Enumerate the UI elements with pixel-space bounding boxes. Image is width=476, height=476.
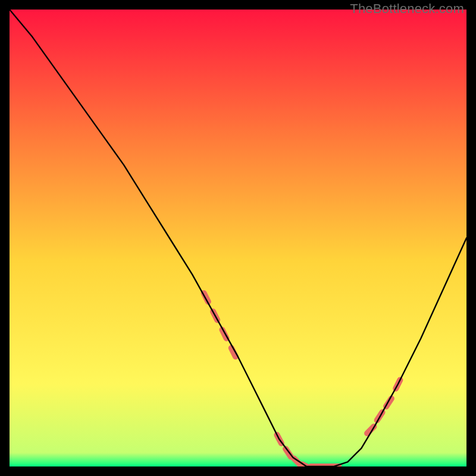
chart-frame: [10, 10, 466, 466]
gradient-background: [10, 10, 466, 466]
bottleneck-chart: [10, 10, 466, 466]
attribution-label: TheBottleneck.com: [350, 1, 464, 17]
